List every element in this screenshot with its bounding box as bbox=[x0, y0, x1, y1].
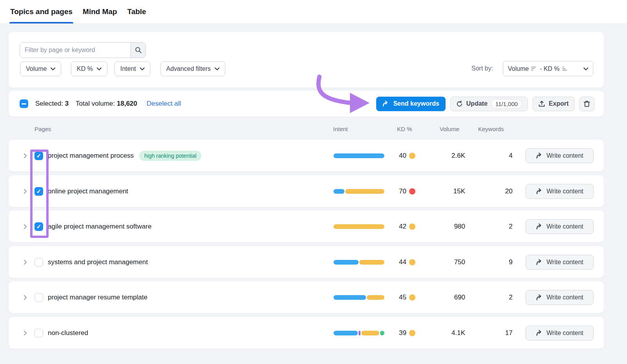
expand-chevron-icon[interactable] bbox=[22, 223, 29, 230]
tab-mind-map[interactable]: Mind Map bbox=[82, 0, 118, 23]
table-row: agile project management software 42 980… bbox=[9, 211, 604, 242]
write-content-label: Write content bbox=[547, 223, 584, 230]
column-header-kd: KD % bbox=[397, 126, 412, 132]
tab-bar: Topics and pages Mind Map Table bbox=[0, 0, 627, 24]
keywords-count: 2 bbox=[479, 294, 513, 301]
row-checkbox[interactable] bbox=[34, 293, 43, 302]
write-content-button[interactable]: Write content bbox=[526, 255, 594, 270]
filter-dropdown-advanced[interactable]: Advanced filters bbox=[160, 61, 225, 76]
write-content-arrow-icon bbox=[536, 330, 543, 336]
write-content-button[interactable]: Write content bbox=[526, 290, 594, 305]
send-keywords-label: Send keywords bbox=[393, 100, 439, 107]
ranking-potential-badge: high ranking potential bbox=[139, 151, 201, 161]
keywords-count: 20 bbox=[479, 187, 513, 195]
write-content-arrow-icon bbox=[536, 188, 543, 195]
row-checkbox[interactable] bbox=[34, 329, 43, 337]
row-checkbox[interactable] bbox=[34, 222, 43, 231]
chevron-down-icon bbox=[584, 67, 588, 70]
row-checkbox[interactable] bbox=[34, 258, 43, 267]
kd-value: 44 bbox=[383, 258, 406, 266]
write-content-label: Write content bbox=[547, 330, 584, 337]
column-header-intent: Intent bbox=[333, 126, 348, 132]
write-content-arrow-icon bbox=[536, 259, 543, 265]
intent-bar bbox=[333, 189, 384, 194]
chevron-down-icon bbox=[140, 67, 145, 70]
search-button[interactable] bbox=[130, 43, 145, 58]
tab-table[interactable]: Table bbox=[127, 0, 147, 23]
intent-bar bbox=[333, 331, 384, 335]
app-screen: Topics and pages Mind Map Table Volume K… bbox=[0, 0, 627, 364]
chevron-down-icon bbox=[215, 67, 219, 70]
total-volume-text: Total volume: 18,620 bbox=[76, 100, 137, 108]
page-name: project manager resume template bbox=[48, 294, 147, 301]
tab-label: Mind Map bbox=[83, 7, 117, 16]
update-button[interactable]: Update 11/1,000 bbox=[450, 97, 528, 111]
kd-value: 39 bbox=[383, 329, 406, 337]
intent-bar bbox=[333, 153, 384, 158]
delete-button[interactable] bbox=[579, 97, 594, 111]
write-content-label: Write content bbox=[547, 152, 584, 159]
expand-chevron-icon[interactable] bbox=[22, 330, 29, 337]
table-row: project management process high ranking … bbox=[9, 140, 604, 171]
intent-bar bbox=[333, 224, 384, 229]
page-name: agile project management software bbox=[48, 223, 152, 231]
select-all-checkbox-indeterminate[interactable] bbox=[20, 99, 28, 108]
expand-chevron-icon[interactable] bbox=[22, 188, 29, 195]
filter-dropdown-label: Advanced filters bbox=[166, 65, 211, 72]
volume-value: 690 bbox=[430, 294, 465, 301]
selection-bar: Selected: 3 Total volume: 18,620 Deselec… bbox=[9, 91, 604, 117]
kd-value: 45 bbox=[383, 294, 406, 301]
table-row: online project management 70 15K 20 Writ… bbox=[9, 175, 604, 207]
table-row: systems and project management 44 750 9 … bbox=[9, 246, 604, 278]
filter-dropdown-label: Intent bbox=[120, 65, 136, 72]
write-content-button[interactable]: Write content bbox=[526, 326, 594, 341]
table-row: project manager resume template 45 690 2… bbox=[9, 281, 604, 313]
search-icon bbox=[135, 47, 142, 54]
tab-topics-and-pages[interactable]: Topics and pages bbox=[9, 0, 73, 23]
write-content-arrow-icon bbox=[536, 294, 543, 301]
filter-dropdown-kd[interactable]: KD % bbox=[71, 61, 107, 76]
row-checkbox[interactable] bbox=[34, 151, 43, 160]
filter-panel: Volume KD % Intent Advanced filters Sort… bbox=[9, 32, 604, 88]
volume-value: 15K bbox=[430, 187, 465, 195]
kd-difficulty-dot bbox=[409, 259, 415, 265]
tab-label: Topics and pages bbox=[10, 7, 72, 16]
sort-by-label: Sort by: bbox=[471, 65, 493, 72]
keywords-count: 17 bbox=[479, 329, 513, 337]
update-label: Update bbox=[466, 100, 487, 107]
expand-chevron-icon[interactable] bbox=[22, 294, 29, 301]
send-keywords-button[interactable]: Send keywords bbox=[376, 97, 445, 111]
kd-difficulty-dot bbox=[409, 188, 415, 195]
write-content-label: Write content bbox=[547, 188, 584, 195]
row-checkbox[interactable] bbox=[34, 187, 43, 196]
write-content-button[interactable]: Write content bbox=[526, 219, 594, 234]
expand-chevron-icon[interactable] bbox=[22, 152, 29, 159]
selected-count-text: Selected: 3 bbox=[35, 100, 69, 108]
filter-dropdown-label: KD % bbox=[77, 65, 93, 72]
kd-value: 40 bbox=[383, 152, 406, 160]
volume-value: 750 bbox=[430, 258, 465, 266]
update-quota-badge: 11/1,000 bbox=[491, 99, 522, 109]
kd-difficulty-dot bbox=[409, 223, 415, 230]
volume-value: 980 bbox=[430, 223, 465, 231]
write-content-arrow-icon bbox=[536, 153, 543, 159]
filter-dropdown-intent[interactable]: Intent bbox=[114, 61, 150, 76]
deselect-all-link[interactable]: Deselect all bbox=[147, 100, 181, 108]
filter-dropdown-volume[interactable]: Volume bbox=[20, 61, 61, 76]
trash-icon bbox=[584, 100, 590, 107]
refresh-icon bbox=[456, 101, 463, 107]
search-input[interactable] bbox=[20, 43, 130, 58]
write-content-button[interactable]: Write content bbox=[526, 148, 594, 163]
expand-chevron-icon[interactable] bbox=[22, 259, 29, 266]
chevron-down-icon bbox=[97, 67, 101, 70]
keywords-count: 4 bbox=[479, 152, 513, 160]
sort-by-dropdown[interactable]: Volume - KD % bbox=[503, 61, 593, 76]
write-content-button[interactable]: Write content bbox=[526, 184, 594, 199]
export-button[interactable]: Export bbox=[533, 97, 574, 111]
active-tab-underline bbox=[9, 22, 73, 23]
kd-difficulty-dot bbox=[409, 153, 415, 159]
page-name: non-clustered bbox=[48, 329, 88, 337]
page-name: project management process bbox=[48, 152, 134, 160]
filter-search bbox=[20, 42, 146, 58]
intent-bar bbox=[333, 260, 384, 265]
